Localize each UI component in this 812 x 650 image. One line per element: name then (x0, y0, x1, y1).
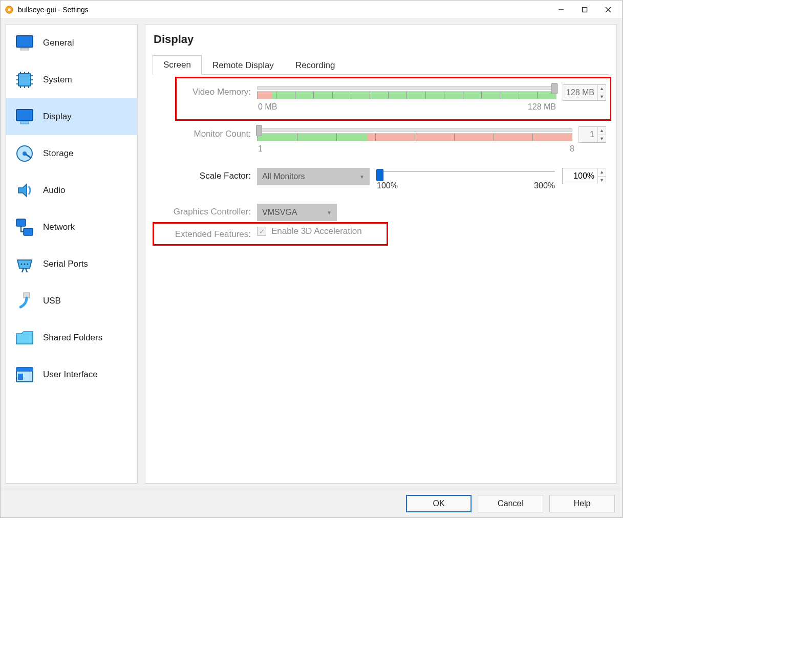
sidebar-item-label: Storage (43, 148, 74, 159)
help-button[interactable]: Help (549, 495, 615, 512)
sidebar-item-label: Network (43, 222, 75, 232)
main-panel: Display Screen Remote Display Recording … (145, 24, 617, 484)
chevron-up-icon[interactable]: ▲ (598, 85, 606, 93)
svg-point-1 (8, 8, 11, 11)
row-graphics-controller: Graphics Controller: VMSVGA ▼ (156, 204, 606, 221)
checkbox-3d-accel[interactable]: ✓ Enable 3D Acceleration (257, 226, 606, 236)
tab-recording[interactable]: Recording (285, 56, 346, 75)
display-icon (13, 105, 36, 128)
svg-rect-3 (583, 7, 587, 12)
select-scale-monitors[interactable]: All Monitors ▼ (257, 168, 370, 185)
monitor-count-max: 8 (570, 144, 574, 154)
label-monitor-count: Monitor Count: (156, 126, 251, 139)
slider-scale-factor[interactable] (377, 171, 555, 172)
window-title: bullseye-gui - Settings (18, 6, 89, 14)
titlebar: bullseye-gui - Settings (1, 1, 622, 19)
chevron-down-icon[interactable]: ▼ (598, 93, 606, 100)
svg-rect-6 (16, 36, 33, 47)
video-memory-min: 0 MB (258, 102, 277, 112)
row-monitor-count: Monitor Count: 1 ▲▼ (156, 126, 606, 154)
minimize-button[interactable] (549, 2, 573, 17)
label-video-memory: Video Memory: (156, 84, 251, 97)
client-area: General System Display Storage Audio Net… (1, 19, 622, 489)
speaker-icon (13, 179, 36, 202)
close-button[interactable] (596, 2, 620, 17)
sidebar-item-usb[interactable]: USB (6, 283, 137, 319)
sidebar: General System Display Storage Audio Net… (6, 24, 138, 484)
svg-point-28 (24, 264, 26, 265)
sidebar-item-label: General (43, 38, 74, 48)
sidebar-item-user-interface[interactable]: User Interface (6, 356, 137, 393)
svg-rect-21 (16, 110, 33, 121)
sidebar-item-audio[interactable]: Audio (6, 172, 137, 209)
sidebar-item-storage[interactable]: Storage (6, 135, 137, 172)
folder-icon (13, 327, 36, 349)
tab-screen[interactable]: Screen (153, 55, 202, 75)
cancel-button[interactable]: Cancel (478, 495, 543, 512)
scale-factor-max: 300% (534, 181, 555, 190)
chevron-down-icon: ▼ (359, 174, 365, 180)
spin-monitor-count[interactable]: 1 ▲▼ (579, 126, 606, 143)
row-extended-features: Extended Features: ✓ Enable 3D Accelerat… (156, 226, 606, 240)
maximize-button[interactable] (573, 2, 596, 17)
svg-rect-22 (20, 122, 29, 124)
chevron-down-icon: ▼ (327, 210, 332, 215)
label-extended-features: Extended Features: (156, 226, 251, 240)
sidebar-item-serial-ports[interactable]: Serial Ports (6, 246, 137, 283)
sidebar-item-label: Shared Folders (43, 333, 102, 343)
svg-rect-26 (24, 228, 33, 235)
slider-video-memory[interactable] (257, 84, 557, 101)
sidebar-item-shared-folders[interactable]: Shared Folders (6, 319, 137, 356)
row-video-memory: Video Memory: 128 MB ▲▼ (156, 84, 606, 112)
monitor-count-value: 1 (579, 130, 597, 139)
svg-point-29 (27, 264, 29, 265)
sidebar-item-label: Display (43, 112, 72, 122)
select-graphics-controller[interactable]: VMSVGA ▼ (257, 204, 337, 221)
sidebar-item-label: Serial Ports (43, 259, 88, 269)
sidebar-item-network[interactable]: Network (6, 209, 137, 246)
spin-scale-factor[interactable]: 100% ▲▼ (562, 168, 606, 184)
svg-rect-8 (18, 74, 31, 86)
settings-window: bullseye-gui - Settings General System D… (0, 0, 623, 518)
monitor-count-min: 1 (258, 144, 263, 154)
svg-rect-32 (16, 367, 33, 372)
chevron-down-icon[interactable]: ▼ (598, 135, 606, 142)
svg-rect-33 (18, 374, 23, 380)
sidebar-item-label: Audio (43, 185, 65, 196)
chevron-up-icon[interactable]: ▲ (598, 127, 606, 135)
label-graphics-controller: Graphics Controller: (156, 204, 251, 217)
label-scale-factor: Scale Factor: (156, 168, 251, 181)
scale-factor-value: 100% (563, 171, 597, 181)
spin-video-memory[interactable]: 128 MB ▲▼ (563, 84, 606, 101)
chevron-down-icon[interactable]: ▼ (598, 176, 606, 184)
page-title: Display (154, 33, 609, 46)
svg-rect-7 (20, 48, 29, 50)
sidebar-item-label: System (43, 75, 72, 85)
monitor-icon (13, 32, 36, 54)
ok-button[interactable]: OK (406, 495, 472, 512)
graphics-controller-value: VMSVGA (262, 208, 297, 217)
sidebar-item-label: USB (43, 296, 61, 306)
video-memory-max: 128 MB (528, 102, 556, 112)
tab-remote-display[interactable]: Remote Display (202, 56, 285, 75)
sidebar-item-display[interactable]: Display (6, 98, 137, 135)
app-icon (5, 5, 14, 14)
sidebar-item-general[interactable]: General (6, 25, 137, 61)
usb-icon (13, 290, 36, 312)
chip-icon (13, 69, 36, 91)
ui-icon (13, 363, 36, 386)
checkbox-3d-accel-label: Enable 3D Acceleration (271, 226, 362, 236)
checkbox-box: ✓ (257, 227, 266, 236)
svg-point-27 (21, 264, 23, 265)
dialog-footer: OK Cancel Help (1, 489, 622, 517)
disk-icon (13, 142, 36, 165)
serial-port-icon (13, 253, 36, 275)
scale-factor-min: 100% (377, 181, 398, 190)
network-icon (13, 216, 36, 239)
video-memory-value: 128 MB (563, 88, 597, 97)
row-scale-factor: Scale Factor: All Monitors ▼ (156, 168, 606, 190)
sidebar-item-label: User Interface (43, 370, 98, 380)
sidebar-item-system[interactable]: System (6, 61, 137, 98)
slider-monitor-count[interactable] (257, 126, 572, 143)
chevron-up-icon[interactable]: ▲ (598, 168, 606, 176)
